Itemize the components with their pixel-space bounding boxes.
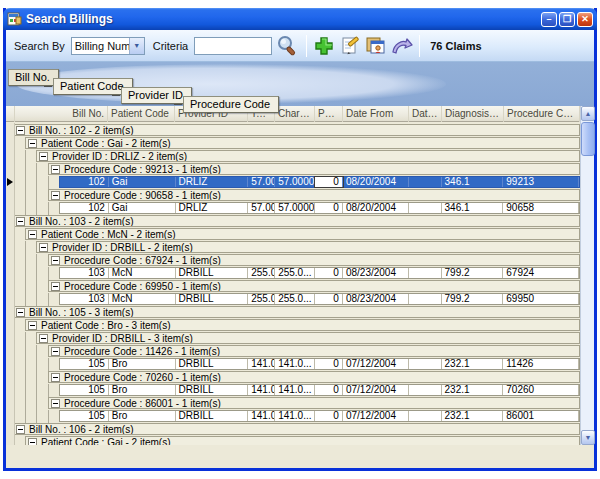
collapse-minus-icon[interactable] [51,347,60,356]
grid-cell[interactable]: 141.0... [248,385,275,395]
data-row[interactable]: 102GaiDRLIZ57.00...57.0000008/20/2004346… [59,202,580,214]
collapse-minus-icon[interactable] [39,334,48,343]
group-row[interactable]: Procedure Code : 86001 - 1 item(s) [48,397,580,409]
column-header-date-from[interactable]: Date From [343,106,409,122]
grid-cell[interactable]: 346.1 [442,177,504,187]
grid-cell[interactable]: Bro [109,359,176,369]
group-box-procedure-code[interactable]: Procedure Code [183,96,279,113]
grid-cell[interactable]: 102 [60,177,109,187]
close-button[interactable]: ✕ [577,12,593,27]
grid-cell[interactable]: 99213 [503,177,579,187]
column-header-diagnosis-code[interactable]: Diagnosis Code [442,106,504,122]
group-row[interactable]: Provider ID : DRBILL - 3 item(s) [36,332,580,344]
grid-cell[interactable]: 105 [60,385,109,395]
group-row[interactable]: Procedure Code : 67924 - 1 item(s) [48,254,580,266]
collapse-minus-icon[interactable] [16,308,25,317]
grid-cell[interactable]: DRBILL [176,411,249,421]
grid-cell[interactable]: 86001 [503,411,579,421]
grid-cell[interactable]: 141.0... [248,411,275,421]
grid-cell[interactable]: DRBILL [176,359,249,369]
grid-cell[interactable]: Gai [109,203,176,213]
grid-cell[interactable]: DRBILL [176,294,249,304]
grid-cell[interactable]: 255.0... [275,268,315,278]
grid-cell[interactable]: Gai [109,177,176,187]
grid-cell[interactable]: 141.0... [275,411,315,421]
collapse-minus-icon[interactable] [16,126,25,135]
collapse-minus-icon[interactable] [51,165,60,174]
vertical-scrollbar[interactable]: ▲ ▼ [580,106,594,445]
group-row[interactable]: Procedure Code : 90658 - 1 item(s) [48,189,580,201]
grid-cell[interactable]: 0 [315,411,343,421]
collapse-minus-icon[interactable] [28,230,37,239]
grid-cell[interactable]: 799.2 [442,268,504,278]
grid-cell[interactable]: 232.1 [442,385,504,395]
data-row[interactable]: 103McNDRBILL255.0...255.0...008/23/20047… [59,293,580,305]
group-box-provider-id[interactable]: Provider ID [121,87,192,104]
grid-cell[interactable] [409,294,442,304]
grid-cell[interactable]: 57.0000 [275,177,315,187]
group-row[interactable]: Bill No. : 102 - 2 item(s) [13,124,580,136]
collapse-minus-icon[interactable] [28,321,37,330]
grid-cell[interactable]: 07/12/2004 [343,385,409,395]
add-icon[interactable] [312,34,336,58]
group-box-bill-no[interactable]: Bill No. [8,69,59,86]
group-row[interactable]: Patient Code : Gai - 2 item(s) [25,137,580,149]
collapse-minus-icon[interactable] [39,243,48,252]
grid-cell[interactable]: 08/20/2004 [343,203,409,213]
grid-cell[interactable]: 255.0... [248,268,275,278]
grid-cell[interactable]: 255.0... [248,294,275,304]
search-icon[interactable] [273,34,301,58]
column-header-procedure-code[interactable]: Procedure Code [504,106,580,122]
grid-cell[interactable]: DRLIZ [176,203,249,213]
group-row[interactable]: Procedure Code : 11426 - 1 item(s) [48,345,580,357]
data-row[interactable]: 105BroDRBILL141.0...141.0...007/12/20042… [59,384,580,396]
grid-cell[interactable]: 105 [60,359,109,369]
grid-cell[interactable]: 141.0... [275,359,315,369]
grid-cell[interactable] [409,385,442,395]
grid-cell[interactable]: DRBILL [176,385,249,395]
collapse-minus-icon[interactable] [39,152,48,161]
grid-cell[interactable]: 232.1 [442,411,504,421]
collapse-minus-icon[interactable] [51,399,60,408]
grid-cell[interactable]: 08/23/2004 [343,268,409,278]
grid-cell[interactable]: McN [109,268,176,278]
grid-cell[interactable]: Bro [109,385,176,395]
grid-cell[interactable]: 103 [60,268,109,278]
data-row-selected[interactable]: 102GaiDRLIZ57.00...57.0000008/20/2004346… [59,176,580,188]
report-icon[interactable] [364,34,388,58]
group-row[interactable]: Procedure Code : 70260 - 1 item(s) [48,371,580,383]
grid-cell[interactable]: Bro [109,411,176,421]
payment-edit-cell[interactable]: 0 [315,177,343,187]
scroll-up-icon[interactable]: ▲ [581,106,595,121]
collapse-minus-icon[interactable] [16,217,25,226]
scroll-down-icon[interactable]: ▼ [581,430,595,445]
group-row[interactable]: Provider ID : DRBILL - 2 item(s) [36,241,580,253]
grid-cell[interactable]: 0 [315,203,343,213]
grid-cell[interactable] [409,359,442,369]
grid-cell[interactable] [409,268,442,278]
grid-cell[interactable]: 07/12/2004 [343,359,409,369]
grid-cell[interactable]: 232.1 [442,359,504,369]
column-header-gutter[interactable] [6,106,15,122]
maximize-button[interactable]: ❒ [559,12,575,27]
grid-cell[interactable]: 11426 [503,359,579,369]
collapse-minus-icon[interactable] [51,373,60,382]
grid-cell[interactable]: 57.00... [248,177,275,187]
collapse-minus-icon[interactable] [28,438,37,445]
grid-cell[interactable]: 255.0... [275,294,315,304]
column-header-date-to[interactable]: Date To [409,106,442,122]
grid-cell[interactable]: 67924 [503,268,579,278]
collapse-minus-icon[interactable] [51,191,60,200]
grid-cell[interactable]: 102 [60,203,109,213]
grid-cell[interactable]: 141.0... [275,385,315,395]
grid-cell[interactable]: DRLIZ [176,177,249,187]
collapse-minus-icon[interactable] [28,139,37,148]
group-row[interactable]: Patient Code : McN - 2 item(s) [25,228,580,240]
grid-cell[interactable]: 0 [315,268,343,278]
grid-cell[interactable]: 90658 [503,203,579,213]
minimize-button[interactable]: – [541,12,557,27]
column-header-payme-[interactable]: Payme... [315,106,343,122]
search-by-dropdown[interactable]: Billing Number ▼ [71,37,145,55]
grid-cell[interactable]: DRBILL [176,268,249,278]
collapse-minus-icon[interactable] [51,256,60,265]
